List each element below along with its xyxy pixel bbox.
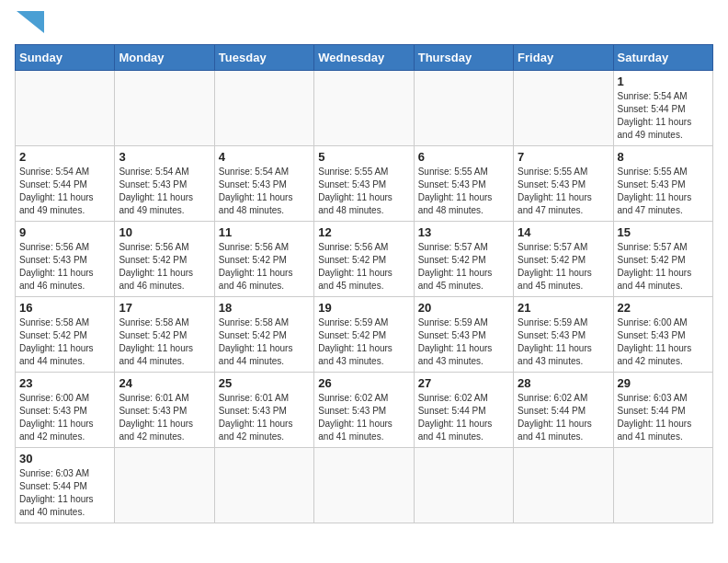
calendar-cell: 2Sunrise: 5:54 AMSunset: 5:44 PMDaylight… — [16, 146, 115, 222]
day-info: Sunrise: 5:59 AMSunset: 5:43 PMDaylight:… — [418, 316, 509, 368]
day-info: Sunrise: 5:56 AMSunset: 5:42 PMDaylight:… — [119, 241, 210, 293]
calendar-cell — [514, 71, 613, 146]
day-info: Sunrise: 5:57 AMSunset: 5:42 PMDaylight:… — [418, 241, 509, 293]
day-info: Sunrise: 6:03 AMSunset: 5:44 PMDaylight:… — [19, 467, 110, 519]
day-info: Sunrise: 5:55 AMSunset: 5:43 PMDaylight:… — [618, 166, 709, 217]
calendar-cell — [16, 71, 115, 146]
day-info: Sunrise: 6:02 AMSunset: 5:44 PMDaylight:… — [518, 392, 609, 443]
day-number: 22 — [618, 301, 709, 315]
day-number: 20 — [418, 301, 509, 315]
calendar-cell — [115, 448, 214, 523]
calendar-cell: 18Sunrise: 5:58 AMSunset: 5:42 PMDayligh… — [214, 297, 313, 373]
day-info: Sunrise: 6:01 AMSunset: 5:43 PMDaylight:… — [119, 392, 210, 443]
calendar-cell: 26Sunrise: 6:02 AMSunset: 5:43 PMDayligh… — [314, 373, 414, 448]
day-info: Sunrise: 5:58 AMSunset: 5:42 PMDaylight:… — [19, 316, 110, 368]
calendar-cell — [414, 448, 513, 523]
calendar-cell — [514, 448, 613, 523]
calendar-cell: 3Sunrise: 5:54 AMSunset: 5:43 PMDaylight… — [115, 146, 214, 222]
calendar-cell: 21Sunrise: 5:59 AMSunset: 5:43 PMDayligh… — [514, 297, 613, 373]
day-info: Sunrise: 6:00 AMSunset: 5:43 PMDaylight:… — [618, 316, 709, 368]
calendar-cell: 8Sunrise: 5:55 AMSunset: 5:43 PMDaylight… — [613, 146, 712, 222]
day-info: Sunrise: 5:57 AMSunset: 5:42 PMDaylight:… — [618, 241, 709, 293]
weekday-header-row: SundayMondayTuesdayWednesdayThursdayFrid… — [16, 45, 713, 71]
calendar-week-row: 9Sunrise: 5:56 AMSunset: 5:43 PMDaylight… — [16, 222, 713, 297]
calendar-cell: 24Sunrise: 6:01 AMSunset: 5:43 PMDayligh… — [115, 373, 214, 448]
calendar-cell: 14Sunrise: 5:57 AMSunset: 5:42 PMDayligh… — [514, 222, 613, 297]
day-info: Sunrise: 5:58 AMSunset: 5:42 PMDaylight:… — [119, 316, 210, 368]
calendar-cell: 5Sunrise: 5:55 AMSunset: 5:43 PMDaylight… — [314, 146, 414, 222]
day-info: Sunrise: 5:54 AMSunset: 5:44 PMDaylight:… — [618, 90, 709, 142]
day-number: 28 — [518, 376, 609, 390]
day-number: 11 — [219, 225, 310, 239]
day-number: 2 — [19, 150, 110, 164]
calendar-cell: 11Sunrise: 5:56 AMSunset: 5:42 PMDayligh… — [214, 222, 313, 297]
day-number: 8 — [618, 150, 709, 164]
calendar-cell: 23Sunrise: 6:00 AMSunset: 5:43 PMDayligh… — [16, 373, 115, 448]
day-number: 24 — [119, 376, 210, 390]
calendar-cell: 9Sunrise: 5:56 AMSunset: 5:43 PMDaylight… — [16, 222, 115, 297]
calendar-cell: 29Sunrise: 6:03 AMSunset: 5:44 PMDayligh… — [613, 373, 712, 448]
day-number: 13 — [418, 225, 509, 239]
calendar-cell: 7Sunrise: 5:55 AMSunset: 5:43 PMDaylight… — [514, 146, 613, 222]
calendar-cell — [613, 448, 712, 523]
logo — [15, 15, 44, 33]
day-number: 14 — [518, 225, 609, 239]
calendar-week-row: 16Sunrise: 5:58 AMSunset: 5:42 PMDayligh… — [16, 297, 713, 373]
calendar-week-row: 30Sunrise: 6:03 AMSunset: 5:44 PMDayligh… — [16, 448, 713, 523]
day-number: 15 — [618, 225, 709, 239]
calendar-cell: 22Sunrise: 6:00 AMSunset: 5:43 PMDayligh… — [613, 297, 712, 373]
calendar-cell — [314, 71, 414, 146]
calendar-cell — [214, 71, 313, 146]
day-number: 12 — [318, 225, 409, 239]
calendar-cell: 4Sunrise: 5:54 AMSunset: 5:43 PMDaylight… — [214, 146, 313, 222]
day-number: 4 — [219, 150, 310, 164]
calendar-cell — [115, 71, 214, 146]
day-number: 30 — [19, 452, 110, 465]
svg-marker-0 — [17, 11, 44, 33]
calendar-cell: 30Sunrise: 6:03 AMSunset: 5:44 PMDayligh… — [16, 448, 115, 523]
day-info: Sunrise: 6:02 AMSunset: 5:43 PMDaylight:… — [318, 392, 409, 443]
calendar-cell: 16Sunrise: 5:58 AMSunset: 5:42 PMDayligh… — [16, 297, 115, 373]
calendar-week-row: 2Sunrise: 5:54 AMSunset: 5:44 PMDaylight… — [16, 146, 713, 222]
calendar-cell — [414, 71, 513, 146]
calendar-week-row: 23Sunrise: 6:00 AMSunset: 5:43 PMDayligh… — [16, 373, 713, 448]
day-info: Sunrise: 5:56 AMSunset: 5:42 PMDaylight:… — [318, 241, 409, 293]
day-info: Sunrise: 5:56 AMSunset: 5:42 PMDaylight:… — [219, 241, 310, 293]
day-number: 6 — [418, 150, 509, 164]
day-number: 18 — [219, 301, 310, 315]
calendar-table: SundayMondayTuesdayWednesdayThursdayFrid… — [15, 44, 713, 523]
day-info: Sunrise: 5:55 AMSunset: 5:43 PMDaylight:… — [518, 166, 609, 217]
weekday-header: Thursday — [414, 45, 513, 71]
day-info: Sunrise: 5:55 AMSunset: 5:43 PMDaylight:… — [318, 166, 409, 217]
day-number: 1 — [618, 75, 709, 88]
weekday-header: Saturday — [613, 45, 712, 71]
day-info: Sunrise: 5:59 AMSunset: 5:42 PMDaylight:… — [318, 316, 409, 368]
calendar-cell: 28Sunrise: 6:02 AMSunset: 5:44 PMDayligh… — [514, 373, 613, 448]
calendar-cell: 20Sunrise: 5:59 AMSunset: 5:43 PMDayligh… — [414, 297, 513, 373]
calendar-cell: 13Sunrise: 5:57 AMSunset: 5:42 PMDayligh… — [414, 222, 513, 297]
page-header — [15, 15, 713, 33]
day-info: Sunrise: 5:57 AMSunset: 5:42 PMDaylight:… — [518, 241, 609, 293]
weekday-header: Tuesday — [214, 45, 313, 71]
calendar-cell: 17Sunrise: 5:58 AMSunset: 5:42 PMDayligh… — [115, 297, 214, 373]
day-info: Sunrise: 5:56 AMSunset: 5:43 PMDaylight:… — [19, 241, 110, 293]
day-info: Sunrise: 6:01 AMSunset: 5:43 PMDaylight:… — [219, 392, 310, 443]
calendar-cell: 10Sunrise: 5:56 AMSunset: 5:42 PMDayligh… — [115, 222, 214, 297]
day-info: Sunrise: 5:59 AMSunset: 5:43 PMDaylight:… — [518, 316, 609, 368]
day-number: 21 — [518, 301, 609, 315]
day-info: Sunrise: 5:55 AMSunset: 5:43 PMDaylight:… — [418, 166, 509, 217]
day-number: 3 — [119, 150, 210, 164]
day-info: Sunrise: 5:54 AMSunset: 5:44 PMDaylight:… — [19, 166, 110, 217]
day-number: 16 — [19, 301, 110, 315]
day-number: 19 — [318, 301, 409, 315]
day-number: 5 — [318, 150, 409, 164]
calendar-cell: 1Sunrise: 5:54 AMSunset: 5:44 PMDaylight… — [613, 71, 712, 146]
calendar-cell — [214, 448, 313, 523]
day-info: Sunrise: 6:03 AMSunset: 5:44 PMDaylight:… — [618, 392, 709, 443]
day-info: Sunrise: 5:54 AMSunset: 5:43 PMDaylight:… — [119, 166, 210, 217]
weekday-header: Sunday — [16, 45, 115, 71]
day-number: 27 — [418, 376, 509, 390]
weekday-header: Monday — [115, 45, 214, 71]
day-number: 10 — [119, 225, 210, 239]
day-info: Sunrise: 6:02 AMSunset: 5:44 PMDaylight:… — [418, 392, 509, 443]
